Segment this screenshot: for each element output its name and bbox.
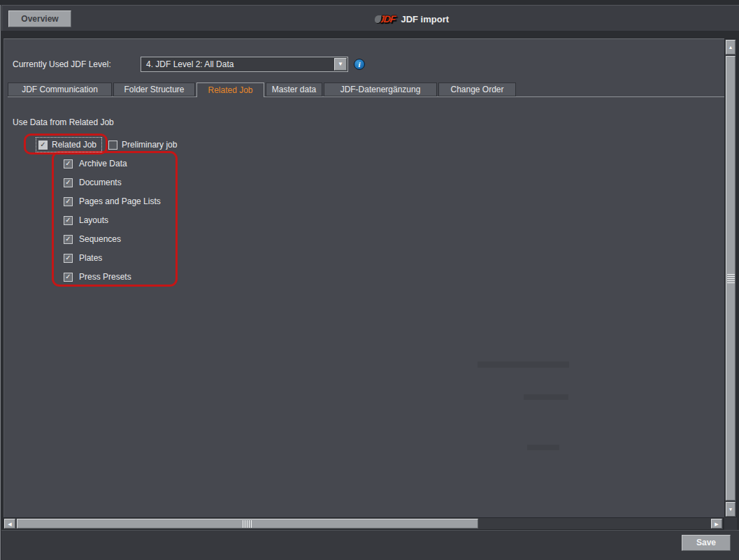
documents-label: Documents bbox=[79, 178, 122, 187]
jdf-level-dropdown[interactable]: 4. JDF Level 2: All Data ▼ bbox=[141, 57, 348, 72]
press-presets-checkbox[interactable]: ✓ bbox=[64, 273, 73, 282]
tab-folder-structure[interactable]: Folder Structure bbox=[113, 82, 195, 96]
scroll-grip-icon bbox=[727, 274, 735, 283]
window-left-edge bbox=[0, 5, 1, 560]
scroll-grip-icon bbox=[243, 520, 252, 528]
list-item[interactable]: ✓ Plates bbox=[64, 253, 161, 263]
list-item[interactable]: ✓ Press Presets bbox=[64, 272, 161, 282]
preliminary-job-label: Preliminary job bbox=[122, 140, 177, 150]
tab-jdf-datenergaenzung[interactable]: JDF-Datenergänzung bbox=[324, 82, 437, 96]
save-button[interactable]: Save bbox=[682, 535, 731, 551]
footer-bar: Save bbox=[1, 530, 739, 560]
list-item[interactable]: ✓ Pages and Page Lists bbox=[64, 196, 161, 206]
check-icon: ✓ bbox=[65, 198, 71, 205]
section-heading: Use Data from Related Job bbox=[13, 117, 114, 127]
scroll-up-icon[interactable]: ▲ bbox=[726, 40, 736, 55]
check-icon: ✓ bbox=[65, 217, 71, 224]
preliminary-job-option[interactable]: Preliminary job bbox=[108, 140, 177, 150]
scroll-right-icon[interactable]: ▶ bbox=[711, 519, 722, 529]
check-icon: ✓ bbox=[65, 236, 71, 243]
related-job-label: Related Job bbox=[52, 140, 96, 150]
list-item[interactable]: ✓ Layouts bbox=[64, 215, 161, 225]
page-title: JDF import bbox=[401, 14, 449, 24]
list-item[interactable]: ✓ Archive Data bbox=[64, 159, 161, 168]
horizontal-scrollbar[interactable]: ◀ ▶ bbox=[3, 517, 724, 530]
scroll-down-icon[interactable]: ▼ bbox=[726, 502, 736, 517]
tab-underline bbox=[8, 96, 724, 97]
ghost-artifact bbox=[524, 394, 568, 400]
jdf-logo-icon: JDF bbox=[374, 13, 396, 24]
check-icon: ✓ bbox=[65, 273, 71, 280]
tab-change-order[interactable]: Change Order bbox=[438, 82, 516, 96]
jdf-level-label: Currently Used JDF Level: bbox=[13, 57, 111, 72]
related-job-checkbox[interactable]: ✓ bbox=[38, 141, 48, 150]
header-bar: Overview JDF JDF import bbox=[1, 5, 739, 31]
pages-and-page-lists-checkbox[interactable]: ✓ bbox=[64, 197, 73, 206]
scroll-left-icon[interactable]: ◀ bbox=[4, 519, 15, 529]
chevron-down-icon[interactable]: ▼ bbox=[334, 58, 347, 71]
press-presets-label: Press Presets bbox=[79, 272, 131, 282]
list-item[interactable]: ✓ Documents bbox=[64, 178, 161, 187]
jdf-import-window: Overview JDF JDF import Currently Used J… bbox=[0, 0, 739, 560]
jdf-level-selected-value: 4. JDF Level 2: All Data bbox=[141, 59, 334, 69]
info-icon[interactable]: i bbox=[354, 59, 365, 70]
title-group: JDF JDF import bbox=[375, 12, 449, 26]
check-icon: ✓ bbox=[65, 254, 71, 261]
layouts-checkbox[interactable]: ✓ bbox=[64, 216, 73, 225]
ghost-artifact bbox=[527, 445, 559, 450]
plates-checkbox[interactable]: ✓ bbox=[64, 254, 73, 263]
ghost-artifact bbox=[478, 361, 569, 368]
plates-label: Plates bbox=[79, 253, 102, 263]
preliminary-job-checkbox[interactable] bbox=[108, 141, 117, 150]
content-panel: Currently Used JDF Level: 4. JDF Level 2… bbox=[3, 38, 724, 517]
sub-options-list: ✓ Archive Data ✓ Documents ✓ Pages and P… bbox=[64, 159, 161, 291]
documents-checkbox[interactable]: ✓ bbox=[64, 178, 73, 187]
vertical-scrollbar-thumb[interactable] bbox=[726, 56, 736, 501]
list-item[interactable]: ✓ Sequences bbox=[64, 234, 161, 244]
overview-button[interactable]: Overview bbox=[8, 10, 71, 27]
tab-master-data[interactable]: Master data bbox=[266, 82, 322, 96]
tab-jdf-communication[interactable]: JDF Communication bbox=[8, 82, 112, 96]
check-icon: ✓ bbox=[65, 160, 71, 167]
archive-data-label: Archive Data bbox=[79, 159, 127, 168]
archive-data-checkbox[interactable]: ✓ bbox=[64, 159, 73, 168]
related-job-option[interactable]: ✓ Related Job bbox=[36, 137, 102, 152]
sequences-checkbox[interactable]: ✓ bbox=[64, 235, 73, 244]
tab-bar: JDF Communication Folder Structure Relat… bbox=[8, 82, 516, 97]
vertical-scrollbar[interactable]: ▲ ▼ bbox=[724, 38, 737, 517]
primary-options-row: ✓ Related Job Preliminary job bbox=[36, 136, 177, 153]
check-icon: ✓ bbox=[65, 179, 71, 186]
pages-and-page-lists-label: Pages and Page Lists bbox=[79, 196, 161, 206]
sequences-label: Sequences bbox=[79, 234, 121, 244]
horizontal-scrollbar-thumb[interactable] bbox=[17, 519, 478, 529]
layouts-label: Layouts bbox=[79, 215, 108, 225]
tab-related-job[interactable]: Related Job bbox=[196, 82, 264, 97]
scrollbar-corner bbox=[724, 517, 737, 530]
check-icon: ✓ bbox=[40, 141, 45, 148]
